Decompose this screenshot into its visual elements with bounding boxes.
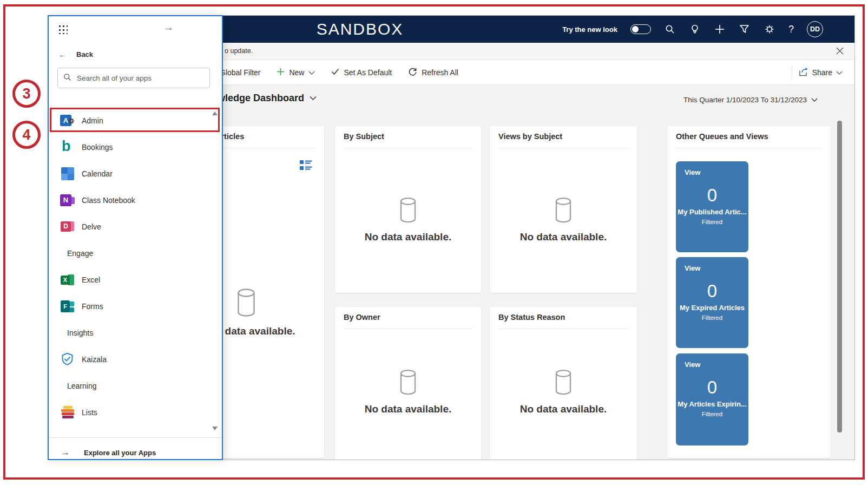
app-item-bookings[interactable]: b Bookings: [49, 134, 222, 160]
app-item-forms[interactable]: F Forms: [49, 293, 222, 319]
close-icon[interactable]: [836, 47, 844, 57]
app-search-box: [57, 68, 210, 88]
search-input[interactable]: [77, 74, 204, 82]
global-filter-button[interactable]: Global Filter: [220, 68, 260, 77]
plus-icon: [277, 68, 285, 77]
step-4-annotation: 4: [12, 121, 41, 149]
card-divider: [676, 148, 822, 148]
app-item-label: Kaizala: [82, 355, 107, 364]
new-label: New: [289, 68, 304, 77]
no-data-cylinder-icon: [398, 389, 418, 398]
command-bar-left: Global Filter New Set As Default Refresh…: [220, 60, 458, 85]
delve-app-icon: D: [60, 219, 76, 235]
check-icon: [331, 68, 339, 77]
back-button[interactable]: ← Back: [58, 50, 93, 59]
add-icon[interactable]: [714, 23, 726, 35]
view-tile-my-expired-articles[interactable]: View 0 My Expired Articles Filtered: [676, 257, 748, 348]
no-data-text: No data available.: [490, 403, 637, 415]
set-as-default-label: Set As Default: [344, 68, 392, 77]
date-range-selector[interactable]: This Quarter 1/10/2023 To 31/12/2023: [683, 96, 818, 104]
arrow-right-icon[interactable]: →: [163, 22, 174, 34]
app-item-label: Engage: [67, 249, 93, 258]
new-button[interactable]: New: [277, 68, 315, 77]
filter-icon[interactable]: [739, 23, 751, 35]
app-launcher-panel: → ← Back A Admin b Bookings Calen: [48, 15, 223, 460]
articles-card-title: Articles: [215, 132, 315, 141]
notification-message: o update.: [225, 47, 253, 55]
explore-apps-label: Explore all your Apps: [84, 449, 156, 457]
other-queues-card: Other Queues and Views View 0 My Publish…: [667, 126, 831, 458]
app-item-label: Delve: [82, 222, 101, 231]
app-item-kaizala[interactable]: Kaizala: [49, 346, 222, 372]
refresh-all-button[interactable]: Refresh All: [408, 67, 458, 78]
user-avatar[interactable]: DD: [807, 21, 823, 37]
app-item-label: Excel: [82, 276, 100, 284]
tile-status: Filtered: [676, 411, 748, 417]
new-look-toggle[interactable]: [630, 24, 651, 34]
card-divider: [215, 148, 315, 148]
share-icon: [798, 67, 808, 78]
refresh-icon: [408, 67, 417, 78]
toggle-knob: [632, 26, 639, 32]
tile-name: My Articles Expirin...: [677, 400, 747, 408]
screenshot-page: SANDBOX Try the new look: [0, 0, 868, 485]
lightbulb-icon[interactable]: [689, 23, 701, 35]
bookings-app-icon: b: [60, 139, 76, 155]
step-3-annotation: 3: [12, 80, 41, 108]
app-item-calendar[interactable]: Calendar: [49, 160, 222, 187]
view-tile-my-published-articles[interactable]: View 0 My Published Artic... Filtered: [676, 161, 748, 252]
app-item-label: Calendar: [82, 169, 113, 178]
back-label: Back: [76, 50, 93, 58]
lists-app-icon: [60, 404, 76, 421]
chevron-down-icon: [836, 68, 843, 77]
refresh-all-label: Refresh All: [422, 68, 458, 77]
view-selector-icon[interactable]: [300, 160, 312, 173]
kaizala-app-icon: [60, 351, 76, 368]
scroll-down-icon[interactable]: [212, 427, 218, 430]
by-owner-card: By Owner No data available.: [335, 307, 481, 460]
app-item-label: Class Notebook: [82, 196, 135, 205]
by-owner-card-title: By Owner: [344, 313, 472, 322]
card-divider: [344, 329, 472, 329]
app-item-engage[interactable]: Engage: [49, 240, 222, 266]
search-icon[interactable]: [664, 23, 676, 35]
no-data-cylinder-icon: [554, 217, 573, 226]
waffle-icon[interactable]: [58, 24, 68, 34]
view-tile-my-articles-expiring[interactable]: View 0 My Articles Expirin... Filtered: [676, 353, 748, 445]
forms-app-icon: F: [60, 298, 76, 314]
tile-name: My Expired Articles: [677, 304, 747, 312]
no-data-text: No data available.: [490, 231, 637, 243]
help-icon[interactable]: ?: [788, 24, 794, 35]
share-label: Share: [812, 68, 832, 77]
app-item-delve[interactable]: D Delve: [49, 213, 222, 240]
chevron-down-icon: [310, 96, 317, 101]
try-new-look-label: Try the new look: [562, 25, 617, 34]
search-icon: [63, 73, 71, 83]
card-divider: [344, 148, 472, 148]
card-divider: [498, 148, 628, 148]
views-by-subject-card-title: Views by Subject: [498, 132, 628, 141]
calendar-app-icon: [60, 166, 76, 182]
tile-type-label: View: [685, 361, 700, 369]
environment-banner: SANDBOX: [317, 20, 404, 38]
panel-divider: [49, 437, 222, 438]
app-item-class-notebook[interactable]: N Class Notebook: [49, 187, 222, 213]
views-by-subject-card: Views by Subject No data available.: [490, 126, 637, 293]
app-list: A Admin b Bookings Calendar N Class Note…: [49, 107, 222, 425]
arrow-right-icon: →: [61, 447, 70, 458]
set-as-default-button[interactable]: Set As Default: [331, 68, 392, 77]
app-item-insights[interactable]: Insights: [49, 319, 222, 346]
app-item-learning[interactable]: Learning: [49, 372, 222, 399]
share-button[interactable]: Share: [798, 60, 843, 85]
app-item-lists[interactable]: Lists: [49, 399, 222, 425]
class-notebook-app-icon: N: [60, 192, 76, 208]
app-item-label: Learning: [67, 382, 97, 390]
explore-apps-button[interactable]: → Explore all your Apps: [61, 444, 156, 461]
arrow-left-icon: ←: [58, 50, 67, 59]
vertical-scrollbar-thumb[interactable]: [837, 121, 842, 432]
tile-name: My Published Artic...: [677, 208, 747, 216]
by-status-reason-card: By Status Reason No data available.: [490, 307, 637, 460]
gear-icon[interactable]: [764, 23, 775, 35]
app-item-excel[interactable]: X Excel: [49, 266, 222, 293]
global-filter-label: Global Filter: [220, 68, 260, 77]
